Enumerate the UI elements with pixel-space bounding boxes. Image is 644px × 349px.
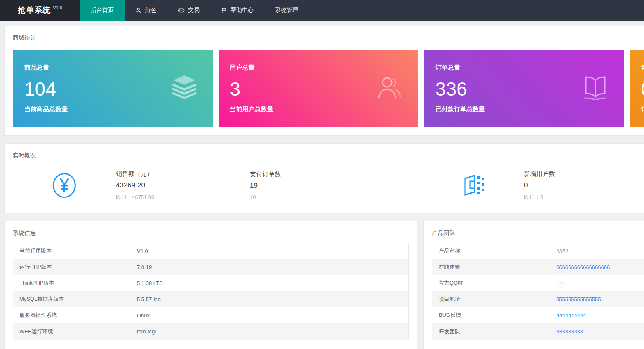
- realtime-group-sales: 销售额（元） 43269.20 昨日：46751.00 支付订单数 19 10: [13, 170, 421, 201]
- table-row: 项目地址 555555555555555: [432, 291, 644, 307]
- mall-stats-panel: 商城统计 商品总量 104 当前商品总数量 用户总量 3 当前用: [4, 26, 644, 136]
- nav-tab-system[interactable]: 系统管理: [264, 0, 309, 21]
- product-name-value: ####: [556, 248, 568, 254]
- system-info-panel: 系统信息 当前程序版本 V1.0 运行PHP版本 7.0.19 ThinkPHP…: [4, 221, 417, 349]
- table-row: WEB运行环境 fpm-fcgi: [13, 323, 408, 340]
- system-info-title: 系统信息: [13, 230, 409, 237]
- dev-team-link[interactable]: 333333333: [556, 328, 583, 335]
- broken-image-404-icon: 404: [556, 279, 565, 288]
- scales-icon: [178, 7, 185, 14]
- row-label: ThinkPHP版本: [19, 279, 137, 287]
- row-label: WEB运行环境: [19, 328, 137, 335]
- bottom-row: 系统信息 当前程序版本 V1.0 运行PHP版本 7.0.19 ThinkPHP…: [4, 221, 644, 349]
- stat-card-4-value: 0: [641, 78, 644, 100]
- nav-tab-help-label: 帮助中心: [230, 7, 254, 14]
- nav-tab-trade-label: 交易: [188, 7, 200, 14]
- realtime-row: 销售额（元） 43269.20 昨日：46751.00 支付订单数 19 10: [13, 166, 644, 204]
- row-value: Linux: [137, 312, 150, 319]
- top-navbar: 抢单系统 V1.0 后台首页 角色 交易 帮助中心 系统管理: [0, 0, 644, 21]
- stat-card-3-label: 订单总量: [435, 64, 612, 72]
- product-team-table: 产品名称 #### 在线体验 666666666666666666 官方QQ群 …: [432, 243, 644, 340]
- nav-tab-home-label: 后台首页: [91, 7, 114, 14]
- stat-cards-row: 商品总量 104 当前商品总数量 用户总量 3 当前用户总数量: [13, 50, 644, 127]
- main-nav: 后台首页 角色 交易 帮助中心 系统管理: [80, 0, 309, 21]
- door-panel-icon: [421, 173, 524, 198]
- new-users-yesterday: 昨日：0: [524, 194, 644, 201]
- stat-card-4: 评论总量 0 订单评论总量: [630, 50, 644, 127]
- row-label: MySQL数据库版本: [19, 295, 137, 303]
- stat-card-1: 商品总量 104 当前商品总数量: [13, 50, 213, 127]
- row-value: 5.5.57-log: [137, 296, 161, 302]
- new-users-label: 新增用户数: [524, 170, 644, 178]
- row-value: V1.0: [137, 248, 148, 254]
- sales-value: 43269.20: [116, 181, 250, 190]
- row-label: 项目地址: [439, 295, 556, 303]
- row-label: 当前程序版本: [19, 247, 137, 255]
- paid-orders-value: 19: [250, 182, 384, 190]
- paid-orders-label: 支付订单数: [250, 171, 384, 178]
- stat-card-1-sub: 当前商品总数量: [24, 105, 201, 113]
- table-row: BUG反馈 4444444444: [432, 307, 644, 323]
- app-logo[interactable]: 抢单系统 V1.0: [0, 0, 80, 21]
- nav-tab-system-label: 系统管理: [275, 7, 298, 14]
- row-label: 产品名称: [439, 247, 556, 255]
- table-row: 运行PHP版本 7.0.19: [13, 259, 408, 275]
- nav-tab-trade[interactable]: 交易: [167, 0, 210, 21]
- row-value: 5.1.38 LTS: [137, 280, 163, 286]
- users-icon: [376, 75, 403, 102]
- stat-card-2-label: 用户总量: [230, 64, 407, 72]
- open-book-icon: [582, 75, 609, 102]
- row-value: fpm-fcgi: [137, 328, 156, 335]
- nav-tab-roles-label: 角色: [145, 7, 156, 14]
- stat-card-3: 订单总量 336 已付款订单总数量: [424, 50, 624, 127]
- bug-feedback-link[interactable]: 4444444444: [556, 312, 586, 319]
- row-label: BUG反馈: [439, 312, 556, 319]
- flag-icon: [221, 7, 227, 14]
- stat-card-2-sub: 当前用户总数量: [230, 105, 407, 113]
- product-team-panel: 产品团队 产品名称 #### 在线体验 666666666666666666 官…: [423, 221, 644, 349]
- app-title: 抢单系统: [18, 5, 51, 16]
- system-info-table: 当前程序版本 V1.0 运行PHP版本 7.0.19 ThinkPHP版本 5.…: [13, 243, 409, 340]
- stat-card-4-sub: 订单评论总量: [641, 105, 644, 113]
- sales-label: 销售额（元）: [116, 170, 250, 178]
- row-label: 服务器操作系统: [19, 312, 137, 319]
- row-value: 7.0.19: [137, 264, 152, 270]
- product-team-title: 产品团队: [432, 230, 644, 237]
- yuan-circle-icon: [13, 173, 116, 198]
- sales-stat: 销售额（元） 43269.20 昨日：46751.00: [116, 170, 250, 201]
- new-users-value: 0: [524, 181, 644, 190]
- table-row: 服务器操作系统 Linux: [13, 307, 408, 323]
- realtime-group-users: 新增用户数 0 昨日：0: [421, 170, 644, 201]
- layers-icon: [171, 75, 198, 103]
- table-row: ThinkPHP版本 5.1.38 LTS: [13, 275, 408, 291]
- paid-orders-yesterday: 10: [250, 194, 384, 200]
- table-row: 开发团队 333333333: [432, 323, 644, 340]
- project-url-link[interactable]: 555555555555555: [556, 296, 601, 302]
- stat-card-4-label: 评论总量: [641, 64, 644, 72]
- nav-tab-home[interactable]: 后台首页: [80, 0, 125, 21]
- table-row: 在线体验 666666666666666666: [432, 259, 644, 275]
- stat-card-2: 用户总量 3 当前用户总数量: [219, 50, 418, 127]
- row-label: 开发团队: [439, 328, 556, 335]
- new-users-stat: 新增用户数 0 昨日：0: [524, 170, 644, 201]
- sales-yesterday: 昨日：46751.00: [116, 194, 250, 201]
- online-demo-link[interactable]: 666666666666666666: [556, 264, 610, 270]
- row-label: 官方QQ群: [439, 279, 556, 287]
- nav-tab-roles[interactable]: 角色: [125, 0, 167, 21]
- row-label: 在线体验: [439, 263, 556, 271]
- row-label: 运行PHP版本: [19, 263, 137, 271]
- table-row: 官方QQ群 404: [432, 275, 644, 291]
- mall-stats-title: 商城统计: [13, 34, 644, 41]
- table-row: 产品名称 ####: [432, 243, 644, 259]
- page-content: 商城统计 商品总量 104 当前商品总数量 用户总量 3 当前用: [0, 21, 644, 349]
- nav-tab-help[interactable]: 帮助中心: [210, 0, 264, 21]
- user-icon: [135, 7, 141, 14]
- paid-orders-stat: 支付订单数 19 10: [250, 171, 384, 200]
- app-version: V1.0: [53, 5, 62, 10]
- realtime-title: 实时概况: [13, 152, 644, 159]
- table-row: MySQL数据库版本 5.5.57-log: [13, 291, 408, 307]
- stat-card-3-sub: 已付款订单总数量: [435, 105, 612, 113]
- realtime-panel: 实时概况 销售额（元） 43269.20 昨日：46751.00 支付订单数 1…: [4, 143, 644, 213]
- stat-card-1-label: 商品总量: [24, 64, 201, 72]
- table-row: 当前程序版本 V1.0: [13, 243, 408, 259]
